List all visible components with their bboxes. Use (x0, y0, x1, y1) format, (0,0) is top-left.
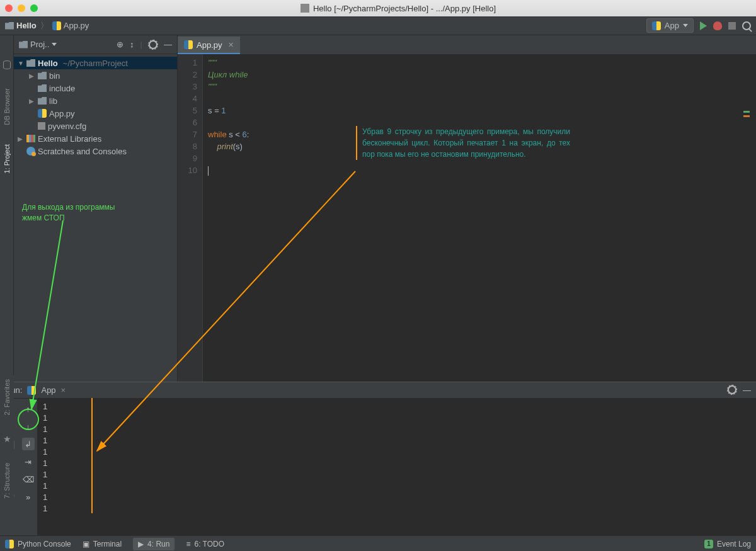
run-output[interactable]: 1111111111 (38, 399, 756, 535)
library-icon (26, 135, 35, 142)
python-icon (52, 21, 61, 30)
editor-tab-app[interactable]: App.py × (178, 37, 240, 54)
chevron-icon: 〉 (40, 20, 49, 31)
tree-scratches[interactable]: Scratches and Consoles (14, 145, 177, 157)
list-icon: ≡ (186, 540, 190, 548)
gear-icon[interactable] (149, 40, 158, 49)
terminal-icon: ▣ (83, 540, 89, 548)
run-tools-secondary: ↑ ↓ ↲ ⇥ ⌫ » (19, 399, 38, 535)
db-browser-tab[interactable]: DB Browser (3, 88, 11, 125)
python-icon (652, 21, 661, 30)
close-tab-icon[interactable]: × (228, 40, 233, 50)
tab-python-console[interactable]: Python Console (5, 540, 71, 548)
close-window-icon[interactable] (5, 4, 13, 12)
minimize-window-icon[interactable] (18, 4, 25, 12)
favorites-tab[interactable]: 2: Favorites (3, 379, 11, 415)
clear-icon[interactable]: ⌫ (22, 473, 35, 486)
left-tool-strip: DB Browser 1: Project (0, 35, 14, 382)
run-body: ❚❚ ▬ 🖶 📌 ↑ ↓ ↲ ⇥ ⌫ » 1111111111 (0, 399, 756, 535)
structure-tab[interactable]: 7: Structure (3, 463, 11, 499)
collapse-icon[interactable]: — (164, 40, 172, 49)
tab-todo[interactable]: ≡6: TODO (186, 540, 224, 548)
close-icon[interactable]: × (61, 385, 66, 395)
editor-tabs: App.py × (178, 35, 756, 54)
run-config-name[interactable]: App (41, 385, 55, 395)
editor-markers (743, 111, 753, 117)
breadcrumb: Hello 〉 App.py (5, 20, 89, 31)
chevron-down-icon (683, 24, 688, 27)
folder-icon (5, 22, 14, 30)
config-icon (38, 122, 45, 130)
debug-button[interactable] (713, 21, 722, 30)
more-icon[interactable]: » (22, 491, 35, 503)
badge-icon: 1 (704, 540, 713, 548)
gutter: 12345678910 (178, 54, 203, 382)
run-panel: Run: App × — ❚❚ ▬ 🖶 📌 ↑ ↓ ↲ ⇥ ⌫ » 111111… (0, 382, 756, 535)
tree-file-pyvenv[interactable]: pyvenv.cfg (14, 120, 177, 132)
tree-folder-lib[interactable]: ▶lib (14, 94, 177, 107)
folder-icon (38, 84, 47, 92)
tree-folder-bin[interactable]: ▶bin (14, 69, 177, 82)
project-tab[interactable]: 1: Project (3, 144, 11, 173)
scroll-icon[interactable]: ⇥ (22, 455, 35, 468)
app-icon (301, 4, 309, 13)
window-title: Hello [~/PycharmProjects/Hello] - .../Ap… (45, 4, 751, 13)
sort-icon[interactable]: ↕ (130, 40, 134, 49)
chevron-down-icon (52, 43, 57, 46)
event-log[interactable]: 1Event Log (704, 540, 751, 548)
titlebar: Hello [~/PycharmProjects/Hello] - .../Ap… (0, 0, 756, 16)
code-area[interactable]: 12345678910 """ Цикл while """ s = 1 whi… (178, 54, 756, 382)
maximize-window-icon[interactable] (30, 4, 38, 12)
star-icon[interactable]: ★ (3, 434, 11, 444)
navbar: Hello 〉 App.py App (0, 16, 756, 35)
run-button[interactable] (700, 21, 707, 30)
code-content[interactable]: """ Цикл while """ s = 1 while s < 6: pr… (203, 54, 756, 382)
gear-icon[interactable] (728, 385, 736, 394)
python-icon (27, 386, 36, 395)
breadcrumb-file[interactable]: App.py (64, 21, 89, 30)
collapse-icon[interactable]: — (743, 385, 751, 395)
wrap-icon[interactable]: ↲ (22, 438, 35, 450)
search-icon[interactable] (742, 21, 751, 30)
python-icon (5, 540, 14, 548)
annotation-orange: Убрав 9 строчку из предыдущего примера, … (356, 126, 570, 160)
scratch-icon (26, 147, 35, 156)
down-arrow-icon[interactable]: ↓ (22, 420, 35, 433)
bottom-tabs: Python Console ▣Terminal ▶4: Run ≡6: TOD… (0, 535, 756, 551)
tree-file-app[interactable]: App.py (14, 107, 177, 120)
tree-external-libs[interactable]: ▶External Libraries (14, 132, 177, 145)
marker-icon[interactable] (743, 115, 750, 117)
python-icon (38, 109, 47, 118)
window-controls (5, 4, 38, 12)
up-arrow-icon[interactable]: ↑ (22, 402, 35, 415)
folder-icon (38, 97, 47, 105)
editor: App.py × 12345678910 """ Цикл while """ … (178, 35, 756, 382)
tab-run[interactable]: ▶4: Run (133, 538, 175, 550)
tree-folder-include[interactable]: include (14, 82, 177, 94)
tree-root[interactable]: ▼ Hello~/PycharmProject (14, 57, 177, 69)
sidebar-header: Proj.. ⊕ ↕ | — (14, 35, 177, 54)
python-icon (184, 40, 193, 49)
tab-terminal[interactable]: ▣Terminal (83, 540, 122, 548)
db-browser-icon[interactable] (3, 60, 11, 69)
play-icon: ▶ (138, 540, 144, 548)
marker-icon[interactable] (743, 111, 750, 113)
run-header: Run: App × — (0, 382, 756, 399)
folder-icon (26, 59, 35, 67)
left-tool-strip-lower: 2: Favorites ★ 7: Structure (0, 375, 14, 520)
sidebar-title[interactable]: Proj.. (30, 40, 49, 49)
folder-icon (19, 41, 28, 48)
stop-button[interactable] (728, 22, 736, 30)
folder-icon (38, 72, 47, 79)
annotation-green: Для выхода из программы жмем СТОП (22, 202, 117, 224)
run-config-selector[interactable]: App (646, 18, 694, 33)
target-icon[interactable]: ⊕ (117, 40, 123, 49)
breadcrumb-root[interactable]: Hello (16, 21, 37, 30)
